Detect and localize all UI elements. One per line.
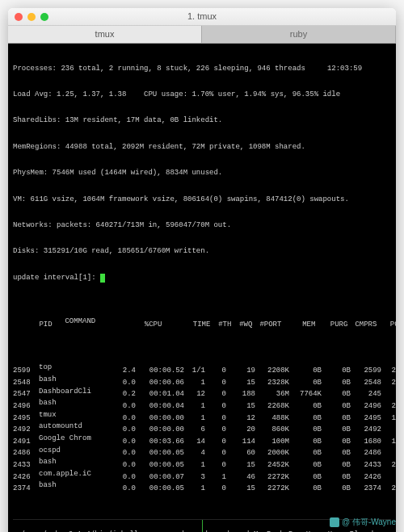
col-mem: MEM xyxy=(281,320,315,329)
process-row: 2486ocspd0.000:00.0540602000K0B0B24861 xyxy=(13,446,391,459)
col-purg: PURG xyxy=(315,320,347,329)
zhihu-icon xyxy=(330,517,339,527)
process-row: 2426com.apple.iC0.000:00.0731462272K0B0B… xyxy=(13,470,391,482)
top-load-line: Load Avg: 1.25, 1.37, 1.38 CPU usage: 1.… xyxy=(13,90,391,99)
top-update-line: update interval[1]: xyxy=(13,274,391,283)
process-list: 2599top2.400:00.521/10192208K0B0B2599243… xyxy=(13,363,391,493)
process-header-row: PIDCOMMAND%CPUTIME#TH#WQ#PORTMEMPURGCMPR… xyxy=(13,308,391,337)
top-sharedlibs-line: SharedLibs: 13M resident, 17M data, 0B l… xyxy=(13,116,391,125)
process-row: 2433bash0.000:00.0510152452K0B0B24332249 xyxy=(13,458,391,470)
process-row: 2495tmux0.000:00.001012488K0B0B24951758 xyxy=(13,411,391,423)
top-processes-line: Processes: 236 total, 2 running, 8 stuck… xyxy=(13,65,391,73)
terminal-window: 1. tmux tmux ruby Processes: 236 total, … xyxy=(8,8,396,532)
process-row: 2492automountd0.000:00.006020860K0B0B249… xyxy=(13,422,391,434)
process-row: 2374bash0.000:00.0510152272K0B0B23742249 xyxy=(13,481,391,493)
watermark: @ 伟哥-Wayne xyxy=(330,517,396,527)
top-networks-line: Networks: packets: 640271/713M in, 59604… xyxy=(13,221,391,230)
tab-tmux[interactable]: tmux xyxy=(8,26,202,43)
top-memregions-line: MemRegions: 44988 total, 2092M resident,… xyxy=(13,143,391,152)
col-time: TIME xyxy=(162,320,210,329)
terminal-body[interactable]: Processes: 236 total, 2 running, 8 stuck… xyxy=(8,44,396,532)
window-title: 1. tmux xyxy=(8,11,396,22)
process-row: 2599top2.400:00.521/10192208K0B0B2599243… xyxy=(13,363,391,375)
cursor-icon xyxy=(100,274,105,283)
col-wq: #WQ xyxy=(231,320,252,329)
titlebar[interactable]: 1. tmux xyxy=(8,8,396,26)
process-row: 2547DashboardCli0.200:01.0412018836M7764… xyxy=(13,387,391,400)
process-row: 2496bash0.000:00.0410152268K0B0B24962249 xyxy=(13,399,391,411)
top-vm-line: VM: 611G vsize, 1064M framework vsize, 8… xyxy=(13,195,391,204)
tab-ruby[interactable]: ruby xyxy=(202,26,396,43)
process-row: 2491Google Chrom0.000:03.66140114100M0B0… xyxy=(13,434,391,446)
pane-left[interactable]: m/gems/ruby-2.1.4/bin/jekyll server --ba… xyxy=(13,520,203,532)
col-th: #TH xyxy=(210,320,231,329)
col-port: #PORT xyxy=(252,320,281,329)
col-command: COMMAND xyxy=(65,317,137,326)
col-cpu: %CPU xyxy=(137,320,162,329)
top-disks-line: Disks: 315291/10G read, 185651/6760M wri… xyxy=(13,247,391,256)
process-row: 2548bash0.000:00.0610152328K0B0B25482249 xyxy=(13,375,391,387)
col-pgrp: PGRP xyxy=(377,320,396,329)
tab-bar: tmux ruby xyxy=(8,26,396,44)
col-pid: PID xyxy=(39,320,65,329)
col-cmprs: CMPRS xyxy=(347,320,377,329)
top-physmem-line: PhysMem: 7546M used (1464M wired), 8834M… xyxy=(13,169,391,178)
